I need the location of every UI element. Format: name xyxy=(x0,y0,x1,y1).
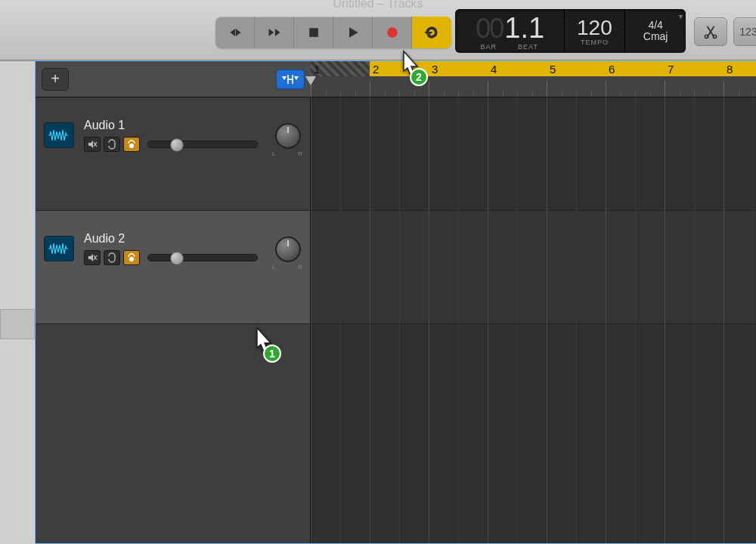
lcd-beat-label: BEAT xyxy=(518,43,538,51)
ruler-bar-number: 7 xyxy=(668,63,674,76)
lcd-display: 00 1 . 1 BAR BEAT 120 TEMPO 4/4 Cmaj ▾ xyxy=(455,9,686,53)
track-lane[interactable] xyxy=(311,97,756,211)
pan-knob[interactable] xyxy=(275,236,301,262)
chevron-down-icon[interactable]: ▾ xyxy=(679,12,683,20)
ruler-bar-number: 4 xyxy=(491,63,497,76)
track-panel-header: + xyxy=(36,61,311,97)
volume-slider[interactable] xyxy=(147,141,258,148)
lcd-bar-value: 1 xyxy=(504,12,519,45)
ruler-bar-number: 5 xyxy=(550,63,556,76)
track-name: Audio 1 xyxy=(84,119,125,132)
waveform-icon xyxy=(45,123,73,147)
lcd-bar-label: BAR xyxy=(481,43,497,51)
transport-controls xyxy=(215,17,451,48)
ruler-bar-number: 1 xyxy=(314,63,320,76)
record-button[interactable] xyxy=(373,17,412,48)
mute-button[interactable] xyxy=(84,137,101,152)
stop-button[interactable] xyxy=(294,17,333,48)
lcd-tempo-label: TEMPO xyxy=(581,39,609,46)
lcd-position[interactable]: 00 1 . 1 BAR BEAT xyxy=(455,9,564,53)
track-headers: Audio 1 LR Audio 2 LR xyxy=(36,97,311,543)
lcd-timesig: 4/4 xyxy=(648,20,662,31)
filter-button[interactable] xyxy=(276,70,305,89)
track-header[interactable]: Audio 2 LR xyxy=(36,211,310,324)
volume-slider[interactable] xyxy=(147,254,258,261)
forward-button[interactable] xyxy=(255,17,294,48)
input-monitor-button[interactable] xyxy=(123,250,140,265)
cycle-button[interactable] xyxy=(412,17,451,48)
svg-rect-0 xyxy=(309,28,318,37)
mute-button[interactable] xyxy=(84,250,101,265)
solo-button[interactable] xyxy=(104,137,120,152)
rewind-button[interactable] xyxy=(215,17,255,48)
ruler-bar-number: 3 xyxy=(432,63,438,76)
play-button[interactable] xyxy=(333,17,373,48)
svg-point-6 xyxy=(129,144,134,148)
svg-point-1 xyxy=(387,27,397,37)
track-name: Audio 2 xyxy=(84,232,125,246)
waveform-icon xyxy=(45,236,73,261)
lcd-bar-ghost: 00 xyxy=(476,13,503,45)
lcd-key-sig[interactable]: 4/4 Cmaj ▾ xyxy=(624,9,686,53)
ruler-bar-number: 8 xyxy=(727,63,733,76)
ruler-bar-number: 6 xyxy=(609,63,615,76)
track-lane[interactable] xyxy=(311,211,756,324)
arrange-area: + 12345678 Audio 1 LR xyxy=(35,60,756,544)
lcd-key: Cmaj xyxy=(643,31,668,42)
pan-knob[interactable] xyxy=(275,123,301,149)
track-lanes[interactable] xyxy=(311,97,756,543)
lcd-tempo-value: 120 xyxy=(577,16,612,40)
svg-point-2 xyxy=(705,35,708,38)
input-monitor-button[interactable] xyxy=(123,137,140,152)
ruler-row: + 12345678 xyxy=(36,61,756,97)
step-input-button[interactable]: 123 xyxy=(733,17,756,46)
svg-point-9 xyxy=(129,257,134,261)
top-toolbar: Untitled – Tracks 00 1 . 1 xyxy=(0,0,756,60)
lcd-tempo[interactable]: 120 TEMPO xyxy=(564,9,625,53)
scissors-tool-button[interactable] xyxy=(694,17,727,46)
solo-button[interactable] xyxy=(104,250,120,265)
track-header[interactable]: Audio 1 LR xyxy=(36,97,310,211)
playhead-marker[interactable] xyxy=(305,76,316,85)
lcd-beat-value: 1 xyxy=(528,12,543,45)
window-title: Untitled – Tracks xyxy=(333,0,423,11)
add-track-button[interactable]: + xyxy=(42,68,69,91)
svg-point-3 xyxy=(713,35,716,38)
timeline-ruler[interactable]: 12345678 xyxy=(311,61,756,97)
left-gutter xyxy=(0,60,35,544)
ruler-bar-number: 2 xyxy=(373,63,379,76)
